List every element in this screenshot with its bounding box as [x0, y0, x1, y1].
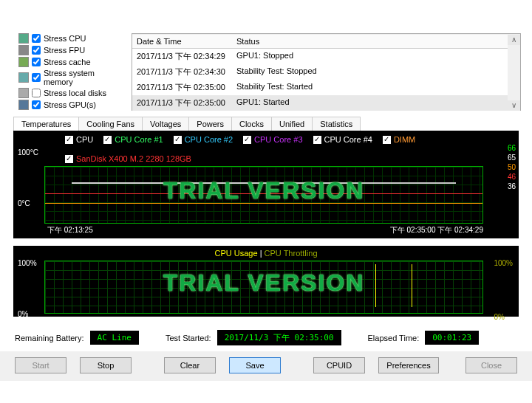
log-row[interactable]: 2017/11/3 下午 02:35:00GPU1: Started — [132, 95, 508, 111]
preferences-button[interactable]: Preferences — [378, 357, 439, 373]
status-bar: Remaining Battery: AC Line Test Started:… — [0, 324, 532, 351]
log-cell-status: Stability Test: Stopped — [232, 64, 508, 80]
temp-x-right1: 下午 02:35:00 — [390, 226, 436, 234]
cpu-r-top: 100% — [494, 259, 513, 267]
cpu-r-bot: 0% — [494, 313, 513, 321]
legend-label: SanDisk X400 M.2 2280 128GB — [76, 154, 191, 163]
legend-label: CPU Core #4 — [324, 135, 372, 144]
log-cell-dt: 2017/11/3 下午 02:35:00 — [132, 95, 232, 111]
log-row[interactable]: 2017/11/3 下午 02:34:30Stability Test: Sto… — [132, 64, 508, 80]
start-button[interactable]: Start — [15, 357, 66, 373]
log-row[interactable]: 2017/11/3 下午 02:34:29GPU1: Stopped — [132, 49, 508, 64]
legend-checkbox[interactable] — [65, 155, 73, 163]
stress-disks-row[interactable]: Stress local disks — [18, 88, 126, 98]
log-header[interactable]: Date & Time Status — [132, 35, 508, 49]
close-button[interactable]: Close — [466, 357, 517, 373]
temperature-legend: CPUCPU Core #1CPU Core #2CPU Core #3CPU … — [21, 135, 511, 163]
stress-memory-checkbox[interactable] — [32, 73, 41, 82]
cpu-chart-body[interactable]: TRIAL VERSION — [44, 261, 483, 314]
stress-gpu-row[interactable]: Stress GPU(s) — [18, 100, 126, 110]
legend-item[interactable]: CPU — [65, 135, 93, 144]
log-col-status[interactable]: Status — [232, 35, 508, 48]
stress-gpu-checkbox[interactable] — [32, 100, 41, 109]
temp-current-value: 65 — [508, 154, 516, 162]
temp-x-left: 下午 02:13:25 — [47, 225, 93, 235]
temp-chart-body[interactable]: TRIAL VERSION — [44, 166, 483, 224]
cpu-throttling-label: CPU Throttling — [265, 249, 318, 258]
stress-cache-label: Stress cache — [44, 58, 91, 66]
log-cell-dt: 2017/11/3 下午 02:34:29 — [132, 49, 232, 64]
legend-checkbox[interactable] — [383, 136, 391, 144]
stop-button[interactable]: Stop — [80, 357, 132, 373]
legend-item[interactable]: CPU Core #4 — [313, 135, 372, 144]
log-table: Date & Time Status 2017/11/3 下午 02:34:29… — [132, 33, 521, 111]
stress-cache-row[interactable]: Stress cache — [18, 57, 126, 67]
temp-y-bot: 0°C — [18, 199, 38, 207]
cpu-y-axis-left: 100% 0% — [18, 259, 37, 318]
scrollbar[interactable]: ∧ ∨ — [508, 35, 520, 111]
legend-item[interactable]: CPU Core #2 — [174, 135, 233, 144]
stress-disks-label: Stress local disks — [44, 89, 106, 97]
cpu-icon — [18, 33, 29, 44]
cpu-y-axis-right: 100% 0% — [494, 259, 513, 321]
stress-options: Stress CPU Stress FPU Stress cache Stres… — [18, 33, 126, 111]
legend-item[interactable]: CPU Core #3 — [243, 135, 302, 144]
cpuid-button[interactable]: CPUID — [313, 357, 365, 373]
tab-unified[interactable]: Unified — [271, 117, 313, 131]
stress-fpu-row[interactable]: Stress FPU — [18, 45, 126, 55]
cpu-usage-spike — [375, 264, 412, 307]
cpu-usage-label: CPU Usage — [215, 249, 258, 258]
temp-y-top: 100°C — [18, 148, 38, 156]
legend-checkbox[interactable] — [243, 136, 251, 144]
tab-cooling-fans[interactable]: Cooling Fans — [78, 117, 143, 131]
legend-checkbox[interactable] — [65, 136, 73, 144]
tab-powers[interactable]: Powers — [188, 117, 232, 131]
button-bar: Start Stop Clear Save CPUID Preferences … — [0, 351, 532, 381]
temp-y-axis: 100°C 0°C — [18, 148, 38, 207]
clear-button[interactable]: Clear — [164, 357, 216, 373]
legend-item[interactable]: DIMM — [383, 135, 415, 144]
tab-clocks[interactable]: Clocks — [231, 117, 272, 131]
scroll-down-icon[interactable]: ∨ — [508, 100, 520, 111]
gpu-icon — [18, 100, 29, 110]
test-started-label: Test Started: — [166, 334, 211, 342]
elapsed-time-label: Elapsed Time: — [368, 334, 420, 342]
stress-cache-checkbox[interactable] — [32, 58, 41, 66]
memory-icon — [18, 72, 29, 83]
legend-checkbox[interactable] — [103, 136, 112, 144]
legend-checkbox[interactable] — [313, 136, 321, 144]
tab-voltages[interactable]: Voltages — [142, 117, 189, 131]
stress-fpu-checkbox[interactable] — [32, 46, 41, 55]
fpu-icon — [18, 45, 29, 55]
save-button[interactable]: Save — [229, 357, 281, 373]
remaining-battery-value: AC Line — [90, 331, 139, 345]
cache-icon — [18, 57, 29, 67]
watermark-text-2: TRIAL VERSION — [163, 269, 365, 297]
log-row[interactable]: 2017/11/3 下午 02:35:00Stability Test: Sta… — [132, 80, 508, 95]
legend-label: CPU Core #3 — [254, 135, 302, 144]
stress-gpu-label: Stress GPU(s) — [44, 100, 96, 109]
log-body[interactable]: 2017/11/3 下午 02:34:29GPU1: Stopped2017/1… — [132, 49, 508, 111]
stress-cpu-label: Stress CPU — [44, 34, 86, 43]
stress-cpu-row[interactable]: Stress CPU — [18, 33, 126, 44]
tab-statistics[interactable]: Statistics — [312, 117, 361, 131]
legend-label: DIMM — [394, 135, 415, 144]
disk-icon — [18, 88, 29, 98]
test-started-value: 2017/11/3 下午 02:35:00 — [217, 330, 341, 345]
remaining-battery-label: Remaining Battery: — [15, 334, 84, 342]
temp-current-value: 50 — [508, 163, 516, 171]
legend-item[interactable]: SanDisk X400 M.2 2280 128GB — [65, 154, 191, 163]
legend-checkbox[interactable] — [174, 136, 182, 144]
legend-item[interactable]: CPU Core #1 — [103, 135, 163, 144]
stress-disks-checkbox[interactable] — [32, 89, 41, 97]
log-cell-status: GPU1: Stopped — [232, 49, 508, 64]
stress-cpu-checkbox[interactable] — [32, 34, 41, 43]
legend-sep: | — [260, 249, 262, 258]
elapsed-time-value: 00:01:23 — [425, 331, 479, 345]
tab-temperatures[interactable]: Temperatures — [13, 117, 79, 131]
cpu-y-bot: 0% — [18, 310, 37, 318]
stress-memory-row[interactable]: Stress system memory — [18, 69, 126, 86]
temperature-chart: CPUCPU Core #1CPU Core #2CPU Core #3CPU … — [13, 131, 519, 238]
scroll-up-icon[interactable]: ∧ — [508, 35, 520, 45]
log-col-datetime[interactable]: Date & Time — [132, 35, 232, 48]
